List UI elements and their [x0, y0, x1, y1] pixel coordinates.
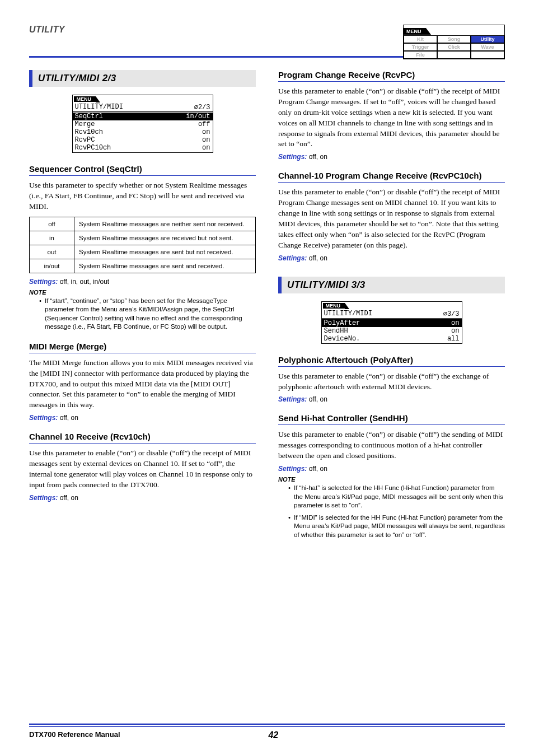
table-cell-value: System Realtime messages are sent and re… — [74, 259, 256, 273]
settings-values: off, on — [309, 153, 327, 161]
menu-tab-label: MENU — [403, 28, 426, 35]
menu-cell-empty — [437, 51, 471, 59]
param-body-rcvpc10: Use this parameter to enable (“on”) or d… — [278, 187, 505, 250]
lcd-param-value: on — [202, 144, 210, 152]
menu-cell-Kit: Kit — [404, 35, 437, 43]
settings-rcv10ch: Settings: off, on — [29, 494, 256, 502]
table-cell-key: out — [30, 245, 74, 259]
lcd-param-value: on — [451, 319, 459, 327]
settings-sendhh: Settings: off, on — [278, 465, 505, 473]
param-body-seqctrl: Use this parameter to specify whether or… — [29, 180, 256, 212]
lcd-row: SendHHon — [322, 327, 462, 335]
left-column: UTILITY/MIDI 2/3 MENU UTILITY/MIDI ∅2/3 … — [29, 70, 256, 543]
param-head-merge: MIDI Merge (Merge) — [29, 342, 256, 353]
param-body-polyafter: Use this parameter to enable (“on”) or d… — [278, 371, 505, 393]
lcd-row: PolyAfteron — [322, 319, 462, 327]
lcd-menu-tab: MENU — [74, 96, 96, 102]
settings-label: Settings: — [29, 414, 58, 422]
lcd-param-name: SeqCtrl — [75, 113, 103, 120]
table-cell-key: off — [30, 217, 74, 231]
settings-values: off, on — [309, 465, 327, 473]
table-row: outSystem Realtime messages are sent but… — [30, 245, 256, 259]
settings-polyafter: Settings: off, on — [278, 395, 505, 403]
table-cell-value: System Realtime messages are neither sen… — [74, 217, 256, 231]
settings-rcvpc10: Settings: off, on — [278, 254, 505, 262]
settings-seqctrl: Settings: off, in, out, in/out — [29, 278, 256, 286]
param-head-rcv10ch: Channel 10 Receive (Rcv10ch) — [29, 432, 256, 444]
seqctrl-note: If “start”, “continue”, or “stop” has be… — [39, 297, 256, 332]
table-cell-value: System Realtime messages are sent but no… — [74, 245, 256, 259]
lcd-param-name: PolyAfter — [324, 319, 360, 327]
footer-rule-thick — [29, 724, 505, 725]
param-head-sendhh: Send Hi-hat Controller (SendHH) — [278, 413, 505, 425]
lcd-param-value: in/out — [186, 113, 210, 120]
footer-manual-title: DTX700 Reference Manual — [29, 730, 120, 740]
lcd-row: SeqCtrlin/out — [73, 113, 213, 120]
lcd-param-name: Rcv10ch — [75, 128, 103, 136]
lcd-page-indicator: ∅3/3 — [443, 310, 460, 318]
table-cell-key: in/out — [30, 259, 74, 273]
seqctrl-table: offSystem Realtime messages are neither … — [29, 217, 256, 273]
note-label: NOTE — [278, 476, 505, 483]
lcd-title-left: UTILITY/MIDI — [75, 103, 123, 111]
menu-cell-Click: Click — [437, 43, 471, 51]
lcd-param-name: SendHH — [324, 327, 348, 335]
settings-label: Settings: — [278, 465, 307, 473]
lcd-screenshot-2-3: MENU UTILITY/MIDI ∅2/3 SeqCtrlin/outMerg… — [72, 95, 213, 153]
param-body-rcvpc: Use this parameter to enable (“on”) or d… — [278, 86, 505, 150]
sendhh-note: If “MIDI” is selected for the HH Func (H… — [288, 514, 505, 540]
lcd-param-value: on — [202, 128, 210, 136]
param-head-rcvpc10: Channel-10 Program Change Receive (RcvPC… — [278, 171, 505, 183]
table-row: offSystem Realtime messages are neither … — [30, 217, 256, 231]
lcd-param-name: DeviceNo. — [324, 335, 360, 343]
section-head-midi-2-3: UTILITY/MIDI 2/3 — [29, 70, 256, 87]
settings-values: off, on — [309, 254, 327, 262]
param-body-merge: The MIDI Merge function allows you to mi… — [29, 358, 256, 410]
menu-cell-Utility: Utility — [471, 35, 504, 43]
footer-rule-thin — [29, 726, 505, 727]
note-label: NOTE — [29, 289, 256, 296]
settings-label: Settings: — [278, 153, 307, 161]
settings-rcvpc: Settings: off, on — [278, 153, 505, 161]
lcd-param-value: off — [198, 120, 210, 128]
menu-cell-Trigger: Trigger — [404, 43, 437, 51]
footer-page-number: 42 — [268, 730, 278, 740]
table-cell-key: in — [30, 231, 74, 245]
lcd-row: Rcv10chon — [73, 128, 213, 136]
lcd-screenshot-3-3: MENU UTILITY/MIDI ∅3/3 PolyAfteronSendHH… — [321, 301, 462, 344]
table-row: in/outSystem Realtime messages are sent … — [30, 259, 256, 273]
param-head-polyafter: Polyphonic Aftertouch (PolyAfter) — [278, 355, 505, 367]
lcd-row: RcvPCon — [73, 136, 213, 144]
settings-label: Settings: — [278, 254, 307, 262]
lcd-param-name: RcvPC10ch — [75, 144, 111, 152]
settings-values: off, on — [309, 395, 327, 403]
settings-values: off, on — [60, 414, 78, 422]
right-column: Program Change Receive (RcvPC) Use this … — [278, 70, 505, 543]
sendhh-note: If “hi-hat” is selected for the HH Func … — [288, 484, 505, 510]
menu-cell-empty — [471, 51, 504, 59]
settings-merge: Settings: off, on — [29, 414, 256, 422]
lcd-param-name: RcvPC — [75, 136, 95, 144]
lcd-param-value: all — [447, 335, 460, 343]
lcd-page-indicator: ∅2/3 — [194, 103, 210, 111]
lcd-param-value: on — [451, 327, 459, 335]
settings-values: off, in, out, in/out — [60, 278, 110, 286]
settings-values: off, on — [60, 494, 78, 502]
param-head-seqctrl: Sequencer Control (SeqCtrl) — [29, 164, 256, 176]
settings-label: Settings: — [29, 494, 58, 502]
settings-label: Settings: — [29, 278, 58, 286]
settings-label: Settings: — [278, 395, 307, 403]
menu-nav-box: MENU KitSongUtilityTriggerClickWaveFile — [403, 25, 505, 59]
lcd-menu-tab: MENU — [323, 303, 345, 309]
lcd-row: RcvPC10chon — [73, 144, 213, 152]
table-row: inSystem Realtime messages are received … — [30, 231, 256, 245]
lcd-title-left: UTILITY/MIDI — [324, 310, 372, 318]
menu-cell-File: File — [404, 51, 437, 59]
section-head-midi-3-3: UTILITY/MIDI 3/3 — [278, 277, 505, 293]
menu-cell-Wave: Wave — [471, 43, 504, 51]
page-footer: DTX700 Reference Manual 42 — [0, 724, 534, 740]
lcd-param-value: on — [202, 136, 210, 144]
lcd-row: Mergeoff — [73, 120, 213, 128]
lcd-row: DeviceNo.all — [322, 335, 462, 343]
lcd-param-name: Merge — [75, 120, 95, 128]
